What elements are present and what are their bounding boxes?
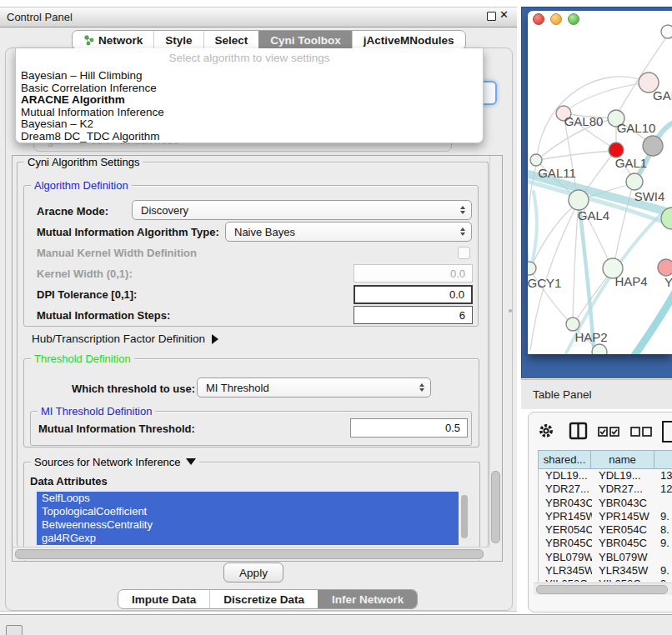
table-header-third[interactable]: A <box>654 450 672 469</box>
mi-steps-label: Mutual Information Steps: <box>37 309 170 322</box>
settings-horizontal-scrollbar[interactable] <box>13 547 489 560</box>
document-icon[interactable] <box>663 422 672 442</box>
network-edge <box>530 192 537 272</box>
attribute-list-item[interactable]: SelfLoops <box>37 492 459 505</box>
cell-shared-name: YDL19... <box>539 469 592 482</box>
attributes-list-scrollbar[interactable] <box>459 493 469 542</box>
aracne-mode-label: Aracne Mode: <box>37 205 108 218</box>
hub-definition-section[interactable]: Hub/Transcription Factor Definition <box>32 332 218 345</box>
network-node[interactable] <box>658 259 672 276</box>
mi-steps-field[interactable]: 6 <box>354 306 473 324</box>
settings-vertical-scrollbar[interactable] <box>489 156 501 547</box>
algorithm-dropdown[interactable]: Select algorithm to view settings Bayesi… <box>15 48 484 143</box>
algorithm-list-item[interactable]: Bayesian – Hill Climbing <box>19 70 479 82</box>
attribute-list-item[interactable]: TopologicalCoefficient <box>37 505 459 518</box>
network-node[interactable] <box>569 190 589 210</box>
checked-columns-icon[interactable] <box>599 428 619 436</box>
float-window-icon[interactable] <box>487 12 496 21</box>
tab-impute-data[interactable]: Impute Data <box>118 590 209 608</box>
algorithm-list-item[interactable]: Bayesian – K2 <box>19 118 479 131</box>
cell-shared-name: YDR27... <box>539 482 592 496</box>
which-threshold-combo[interactable]: MI Threshold <box>197 378 431 398</box>
network-tab-icon <box>83 35 94 46</box>
table-row[interactable]: YDL19... YDL19... 13 <box>539 469 672 482</box>
table-row[interactable]: YLR345W YLR345W 9. <box>539 564 672 578</box>
cell-value: 9. <box>655 578 672 582</box>
collapse-down-icon <box>186 458 196 465</box>
network-node[interactable] <box>530 154 542 166</box>
mi-steps-value: 6 <box>459 309 465 322</box>
network-node[interactable] <box>528 262 536 275</box>
algorithm-dropdown-prompt: Select algorithm to view settings <box>16 52 483 64</box>
table-row[interactable]: YER054C YER054C 8. <box>539 523 672 537</box>
mi-threshold-field[interactable]: 0.5 <box>350 418 468 438</box>
tab-select-label: Select <box>215 34 248 47</box>
table-row[interactable]: YBL079W YBL079W <box>539 551 672 564</box>
tab-discretize-data[interactable]: Discretize Data <box>209 590 318 608</box>
attribute-list-item[interactable]: gal4RGexp <box>37 532 459 545</box>
table-row[interactable]: YPR145W YPR145W 9. <box>539 510 672 523</box>
mi-threshold-value: 0.5 <box>445 422 460 434</box>
column-view-icon[interactable] <box>570 423 586 438</box>
network-node[interactable] <box>592 344 607 354</box>
minimized-panel-icon[interactable] <box>6 625 23 635</box>
table-header-name[interactable]: name <box>590 450 654 469</box>
pane-splitter-handle[interactable] <box>509 309 512 312</box>
table-row[interactable]: YBR045C YBR045C 9. <box>539 537 672 550</box>
threshold-definition-title: Threshold Definition <box>31 352 134 365</box>
network-node[interactable] <box>626 173 643 190</box>
table-row[interactable]: YDR27... YDR27... 12 <box>539 482 672 496</box>
cell-name: YBL079W <box>592 551 655 564</box>
gear-icon[interactable] <box>541 426 551 436</box>
table-row[interactable]: YBR043C YBR043C <box>539 497 672 510</box>
unchecked-columns-icon[interactable] <box>631 428 651 436</box>
algorithm-list-item[interactable]: Mutual Information Inference <box>19 107 479 119</box>
spinner-arrows-icon <box>460 228 465 236</box>
apply-button[interactable]: Apply <box>223 562 283 582</box>
tab-discretize-data-label: Discretize Data <box>223 593 304 606</box>
kernel-width-field[interactable]: 0.0 <box>354 264 473 282</box>
attribute-list-item[interactable]: BetweennessCentrality <box>37 518 459 532</box>
table-header-shared[interactable]: shared... <box>538 450 591 469</box>
algorithm-list-item[interactable]: ARACNE Algorithm <box>19 94 479 107</box>
tab-style[interactable]: Style <box>153 31 203 49</box>
tab-select[interactable]: Select <box>203 31 259 49</box>
algorithm-list-item[interactable]: Basic Correlation Inference <box>19 82 479 95</box>
cell-shared-name: YBL079W <box>539 551 592 564</box>
network-node[interactable] <box>643 136 663 156</box>
table-horizontal-scrollbar[interactable] <box>534 582 672 595</box>
spinner-arrows-icon <box>419 383 424 392</box>
network-node-label: GCY1 <box>528 276 561 290</box>
cell-name: YDL19... <box>592 469 655 482</box>
tab-infer-network[interactable]: Infer Network <box>318 590 417 608</box>
network-edge <box>538 151 612 160</box>
which-threshold-label: Which threshold to use: <box>72 382 195 395</box>
network-view-window[interactable]: GALGAL80GAL10GAL1GAL11GAL4SWI4GCY1HAP4YH… <box>528 11 672 354</box>
tab-jactivemnodules[interactable]: jActiveMNodules <box>352 31 465 49</box>
algorithm-definition-title: Algorithm Definition <box>31 179 132 192</box>
tab-cyni-toolbox-label: Cyni Toolbox <box>270 34 341 47</box>
mi-algorithm-type-combo[interactable]: Naive Bayes <box>225 222 472 242</box>
control-panel-tabbar: Network Style Select Cyni Toolbox jActiv… <box>72 30 466 50</box>
network-node-label: HAP4 <box>614 274 647 288</box>
close-icon[interactable]: ✕ <box>499 8 509 21</box>
cell-shared-name: YPR145W <box>539 510 592 523</box>
cell-value <box>655 497 672 510</box>
kernel-width-value: 0.0 <box>450 268 465 280</box>
tab-cyni-toolbox[interactable]: Cyni Toolbox <box>258 31 352 49</box>
manual-kernel-width-checkbox[interactable] <box>458 247 470 259</box>
network-canvas[interactable]: GALGAL80GAL10GAL1GAL11GAL4SWI4GCY1HAP4YH… <box>528 11 672 354</box>
tab-network[interactable]: Network <box>73 31 153 49</box>
network-node[interactable] <box>661 25 672 38</box>
tab-style-label: Style <box>165 34 192 47</box>
cell-name: YIL052C <box>592 578 655 582</box>
table-row[interactable]: YIL052C YIL052C 9. <box>539 578 672 582</box>
data-attributes-label: Data Attributes <box>30 475 108 488</box>
algorithm-list-item[interactable]: Dream8 DC_TDC Algorithm <box>19 131 479 143</box>
cell-value: 9. <box>655 537 672 550</box>
aracne-mode-combo[interactable]: Discovery <box>132 200 472 220</box>
network-node[interactable] <box>566 318 579 331</box>
dpi-tolerance-field[interactable]: 0.0 <box>354 285 473 304</box>
cell-name: YBR045C <box>592 537 655 550</box>
network-node-label: GAL <box>653 88 672 102</box>
